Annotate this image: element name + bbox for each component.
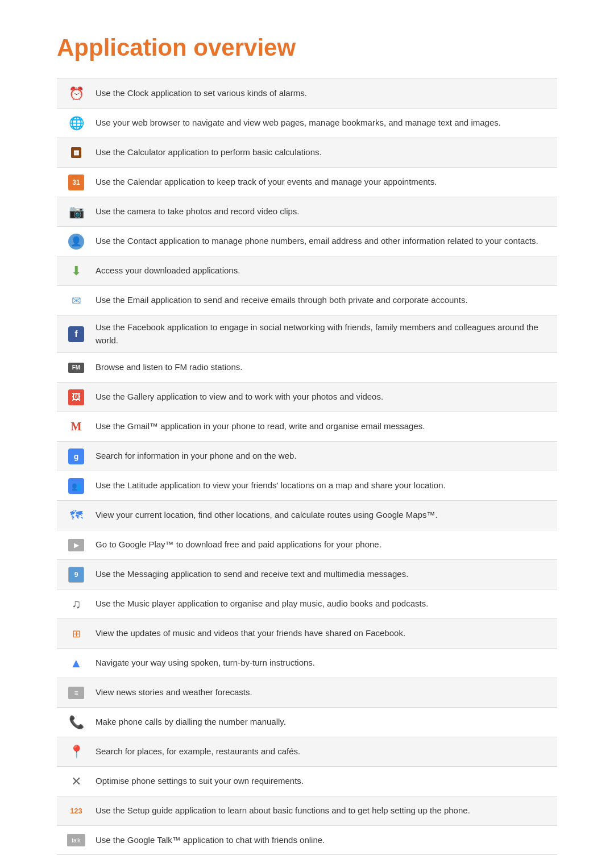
icon-media: ⊞ xyxy=(61,628,91,640)
desc-navigation: Navigate your way using spoken, turn-by-… xyxy=(91,657,553,670)
icon-latitude: 👥 xyxy=(61,478,91,494)
list-item: 🌐Use your web browser to navigate and vi… xyxy=(57,108,557,138)
desc-settings: Optimise phone settings to suit your own… xyxy=(91,775,553,788)
list-item: 🖼Use the Gallery application to view and… xyxy=(57,382,557,412)
desc-phone: Make phone calls by dialling the number … xyxy=(91,716,553,729)
list-item: 📷Use the camera to take photos and recor… xyxy=(57,197,557,226)
list-item: 31Use the Calendar application to keep t… xyxy=(57,167,557,197)
icon-messaging: 9 xyxy=(61,567,91,583)
list-item: ▲Navigate your way using spoken, turn-by… xyxy=(57,648,557,678)
icon-browser: 🌐 xyxy=(61,116,91,131)
desc-media: View the updates of music and videos tha… xyxy=(91,627,553,640)
list-item: 👥Use the Latitude application to view yo… xyxy=(57,471,557,500)
list-item: ⏰Use the Clock application to set variou… xyxy=(57,78,557,108)
desc-gallery: Use the Gallery application to view and … xyxy=(91,391,553,404)
desc-email: Use the Email application to send and re… xyxy=(91,294,553,307)
list-item: ✕Optimise phone settings to suit your ow… xyxy=(57,766,557,796)
list-item: MUse the Gmail™ application in your phon… xyxy=(57,412,557,441)
app-list: ⏰Use the Clock application to set variou… xyxy=(57,78,557,855)
icon-fm-radio: FM xyxy=(61,363,91,373)
icon-email: ✉ xyxy=(61,294,91,308)
icon-calendar: 31 xyxy=(61,175,91,190)
desc-contacts: Use the Contact application to manage ph… xyxy=(91,235,553,248)
page-title: Application overview xyxy=(57,34,557,61)
desc-browser: Use your web browser to navigate and vie… xyxy=(91,117,553,130)
list-item: 🗺View your current location, find other … xyxy=(57,500,557,530)
list-item: 📞Make phone calls by dialling the number… xyxy=(57,707,557,737)
icon-clock: ⏰ xyxy=(61,86,91,101)
list-item: 123Use the Setup guide application to le… xyxy=(57,796,557,825)
desc-facebook: Use the Facebook application to engage i… xyxy=(91,321,553,347)
icon-music: ♫ xyxy=(61,597,91,612)
desc-google-search: Search for information in your phone and… xyxy=(91,450,553,463)
list-item: ▦Use the Calculator application to perfo… xyxy=(57,138,557,167)
icon-contacts: 👤 xyxy=(61,234,91,250)
icon-talk: talk xyxy=(61,834,91,846)
desc-fm-radio: Browse and listen to FM radio stations. xyxy=(91,361,553,374)
desc-calculator: Use the Calculator application to perfor… xyxy=(91,146,553,159)
icon-gmail: M xyxy=(61,420,91,433)
icon-facebook: f xyxy=(61,326,91,342)
icon-navigation: ▲ xyxy=(61,656,91,671)
icon-phone: 📞 xyxy=(61,715,91,730)
desc-clock: Use the Clock application to set various… xyxy=(91,87,553,100)
list-item: 📍Search for places, for example, restaur… xyxy=(57,737,557,766)
icon-setup: 123 xyxy=(61,807,91,815)
desc-latitude: Use the Latitude application to view you… xyxy=(91,479,553,492)
list-item: ♫Use the Music player application to org… xyxy=(57,589,557,618)
icon-news: ≡ xyxy=(61,687,91,699)
desc-places: Search for places, for example, restaura… xyxy=(91,745,553,758)
desc-setup: Use the Setup guide application to learn… xyxy=(91,804,553,817)
list-item: ≡View news stories and weather forecasts… xyxy=(57,678,557,707)
icon-maps: 🗺 xyxy=(61,508,91,523)
icon-play: ▶ xyxy=(61,539,91,551)
desc-messaging: Use the Messaging application to send an… xyxy=(91,568,553,581)
desc-talk: Use the Google Talk™ application to chat… xyxy=(91,834,553,847)
desc-gmail: Use the Gmail™ application in your phone… xyxy=(91,420,553,433)
list-item: fUse the Facebook application to engage … xyxy=(57,315,557,352)
list-item: 👤Use the Contact application to manage p… xyxy=(57,226,557,256)
list-item: ⬇Access your downloaded applications. xyxy=(57,256,557,285)
icon-gallery: 🖼 xyxy=(61,389,91,405)
icon-calculator: ▦ xyxy=(61,147,91,158)
list-item: 9Use the Messaging application to send a… xyxy=(57,559,557,589)
desc-maps: View your current location, find other l… xyxy=(91,509,553,522)
icon-google-search: g xyxy=(61,448,91,464)
desc-play: Go to Google Play™ to download free and … xyxy=(91,538,553,551)
icon-places: 📍 xyxy=(61,745,91,759)
list-item: ✉Use the Email application to send and r… xyxy=(57,285,557,315)
list-item: gSearch for information in your phone an… xyxy=(57,441,557,471)
desc-music: Use the Music player application to orga… xyxy=(91,597,553,610)
list-item: FMBrowse and listen to FM radio stations… xyxy=(57,352,557,382)
icon-settings: ✕ xyxy=(61,774,91,789)
desc-news: View news stories and weather forecasts. xyxy=(91,686,553,699)
desc-calendar: Use the Calendar application to keep tra… xyxy=(91,176,553,189)
icon-camera: 📷 xyxy=(61,205,91,219)
list-item: ⊞View the updates of music and videos th… xyxy=(57,618,557,648)
desc-downloads: Access your downloaded applications. xyxy=(91,264,553,277)
page-container: Application overview ⏰Use the Clock appl… xyxy=(0,0,614,868)
icon-downloads: ⬇ xyxy=(61,264,91,279)
list-item: ▶Go to Google Play™ to download free and… xyxy=(57,530,557,559)
list-item: talkUse the Google Talk™ application to … xyxy=(57,825,557,855)
desc-camera: Use the camera to take photos and record… xyxy=(91,205,553,218)
